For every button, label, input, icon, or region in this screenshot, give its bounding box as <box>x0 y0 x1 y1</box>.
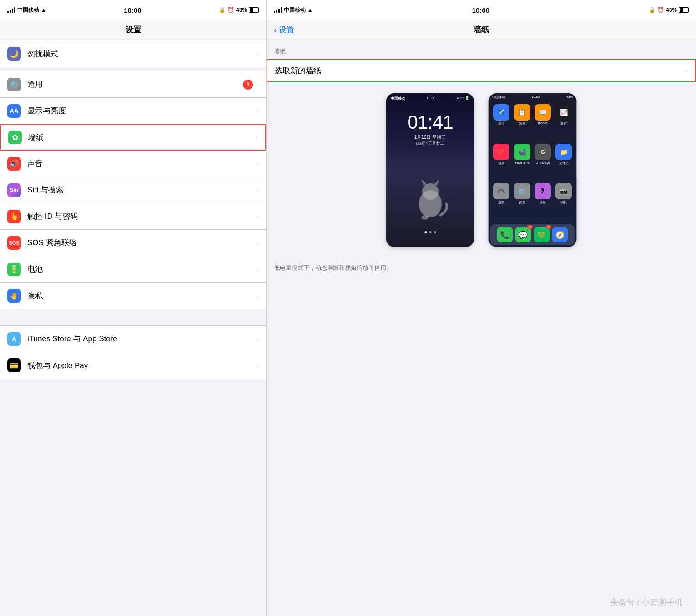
right-alarm-icon: ⏰ <box>657 7 664 13</box>
select-wallpaper-row[interactable]: 选取新的墙纸 › <box>267 59 696 82</box>
lock-time-small: 10:00 <box>426 96 435 101</box>
chevron-icon: › <box>257 213 259 220</box>
home-battery: 43% <box>566 95 573 100</box>
settings-item-sos[interactable]: SOS SOS 紧急联络 › <box>0 230 266 256</box>
lockscreen-date: 1月10日 星期三 <box>386 134 474 141</box>
lock-battery: 43% 🔋 <box>457 96 469 101</box>
left-panel: 中国移动 ▲ 10:00 🔒 ⏰ 43% 设置 🌙 勿扰模式 › <box>0 0 266 616</box>
app-label-efficiency: 效率 <box>519 121 525 126</box>
homescreen-dock: 📞 💬 70 💚 7 🧭 <box>490 224 575 245</box>
messages-badge: 70 <box>527 225 533 229</box>
wallpaper-note: 低电量模式下，动态墙纸和视角缩放将停用。 <box>267 258 696 278</box>
settings-item-wallpaper[interactable]: ✿ 墙纸 › <box>0 124 266 151</box>
app-item: 📹 FaceTime <box>513 144 531 181</box>
settings-group-main: ⚙️ 通用 1 › AA 显示与亮度 › ✿ 墙纸 › <box>0 71 266 309</box>
back-button[interactable]: ‹ 设置 <box>274 25 294 35</box>
chevron-icon: › <box>257 107 259 115</box>
settings-item-battery[interactable]: 🔋 电池 › <box>0 256 266 283</box>
lockscreen-clock-area: 01:41 1月10日 星期三 戊戌年三月廿二 <box>386 111 474 146</box>
app-item: 🎙 播客 <box>534 183 552 220</box>
carrier-label: 中国移动 <box>17 6 39 14</box>
app-icon-ggarage: G <box>535 144 551 160</box>
settings-list[interactable]: 🌙 勿扰模式 › ⚙️ 通用 1 › AA <box>0 40 266 616</box>
chevron-icon: › <box>257 187 259 194</box>
lockscreen-preview[interactable]: 中国移动 10:00 43% 🔋 01:41 1月10日 星期三 戊戌年三月廿二 <box>386 93 474 247</box>
left-status-bar: 中国移动 ▲ 10:00 🔒 ⏰ 43% <box>0 0 266 20</box>
right-panel: 中国移动 ▲ 10:00 🔒 ⏰ 43% ‹ 设置 墙纸 墙纸 选取新的墙纸 › <box>267 0 696 616</box>
watermark-area: 头条号 / 小智测手机 <box>267 589 696 616</box>
settings-item-display[interactable]: AA 显示与亮度 › <box>0 98 266 124</box>
homescreen-bg: 中国移动 10:00 43% ✈️ 旅行 📋 效率 <box>489 93 576 247</box>
settings-item-itunes[interactable]: A iTunes Store 与 App Store › <box>0 326 266 352</box>
app-label-facetime: FaceTime <box>515 161 529 164</box>
app-icon-camera: 📷 <box>555 183 572 199</box>
app-icon-stocks: 📈 <box>555 104 572 121</box>
sos-icon: SOS <box>9 240 19 246</box>
back-chevron-icon: ‹ <box>274 25 277 35</box>
dock-messages: 💬 70 <box>515 227 531 242</box>
general-label: 通用 <box>27 79 243 90</box>
homescreen-preview[interactable]: 中国移动 10:00 43% ✈️ 旅行 📋 效率 <box>488 93 577 247</box>
settings-item-touch[interactable]: 👆 触控 ID 与密码 › <box>0 203 266 230</box>
battery-label: 电池 <box>27 264 257 274</box>
settings-item-general[interactable]: ⚙️ 通用 1 › <box>0 71 266 98</box>
settings-item-wallet[interactable]: 💳 钱包与 Apple Pay › <box>0 352 266 379</box>
wallet-label: 钱包与 Apple Pay <box>27 360 257 371</box>
lockscreen-dots <box>424 231 436 233</box>
general-icon-bg: ⚙️ <box>7 78 21 91</box>
homescreen-status: 中国移动 10:00 43% <box>489 93 576 101</box>
app-item: 🎮 游戏 <box>492 183 510 220</box>
app-icon-efficiency: 📋 <box>514 104 530 121</box>
right-status-left: 中国移动 ▲ <box>274 6 313 14</box>
back-label: 设置 <box>279 25 294 35</box>
right-battery-percent: 43% <box>666 7 677 13</box>
preview-section: 中国移动 10:00 43% 🔋 01:41 1月10日 星期三 戊戌年三月廿二 <box>267 82 696 258</box>
settings-group-dnd: 🌙 勿扰模式 › <box>0 40 266 67</box>
left-nav-title: 设置 <box>126 25 141 35</box>
settings-item-siri[interactable]: Siri Siri 与搜索 › <box>0 177 266 203</box>
battery-icon-bg: 🔋 <box>7 263 21 276</box>
sound-icon: 🔊 <box>10 159 19 168</box>
home-time: 10:00 <box>532 95 540 100</box>
settings-item-privacy[interactable]: 🤚 隐私 › <box>0 283 266 309</box>
display-label: 显示与亮度 <box>27 106 257 116</box>
dock-safari-icon: 🧭 <box>552 227 568 242</box>
itunes-label: iTunes Store 与 App Store <box>27 333 257 344</box>
settings-item-sound[interactable]: 🔊 声音 › <box>0 151 266 177</box>
wallpaper-icon-bg: ✿ <box>8 131 22 144</box>
divider-1 <box>0 67 266 71</box>
right-wifi-icon: ▲ <box>308 7 313 13</box>
app-label-travel: 旅行 <box>498 121 504 126</box>
app-label-ibooks: iBooks <box>538 121 548 125</box>
touch-label: 触控 ID 与密码 <box>27 211 257 222</box>
lockscreen-status-bar: 中国移动 10:00 43% 🔋 <box>386 93 474 101</box>
chevron-icon: › <box>257 362 259 369</box>
app-icon-health: ❤️ <box>493 144 509 160</box>
aa-icon: AA <box>10 107 19 115</box>
lock-icon: 🔒 <box>219 7 226 13</box>
chevron-icon: › <box>257 160 259 167</box>
privacy-icon-bg: 🤚 <box>7 289 21 303</box>
app-item: 📁 文件夹 <box>555 144 573 181</box>
dock-safari: 🧭 <box>552 227 568 242</box>
app-label-health: 健康 <box>498 161 504 166</box>
sos-label: SOS 紧急联络 <box>27 237 257 248</box>
select-wallpaper-label: 选取新的墙纸 <box>275 66 686 76</box>
gear-icon: ⚙️ <box>10 80 19 89</box>
hand-icon: 🤚 <box>10 292 19 300</box>
right-nav-bar: ‹ 设置 墙纸 <box>267 20 696 40</box>
app-label-games: 游戏 <box>498 200 504 205</box>
display-icon-bg: AA <box>7 104 21 118</box>
right-signal-icon <box>274 7 282 13</box>
app-label-podcasts: 播客 <box>540 200 546 205</box>
app-item: ⚙️ 设置 <box>513 183 531 220</box>
settings-item-dnd[interactable]: 🌙 勿扰模式 › <box>0 40 266 67</box>
chevron-icon: › <box>257 50 259 57</box>
wechat-badge: 7 <box>546 225 551 229</box>
siri-icon-bg: Siri <box>7 183 21 197</box>
right-carrier-label: 中国移动 <box>284 6 306 14</box>
chevron-icon: › <box>257 335 259 343</box>
app-icon-files: 📁 <box>555 144 572 160</box>
app-icon-facetime: 📹 <box>514 144 530 160</box>
app-label-stocks: 股市 <box>560 121 567 126</box>
